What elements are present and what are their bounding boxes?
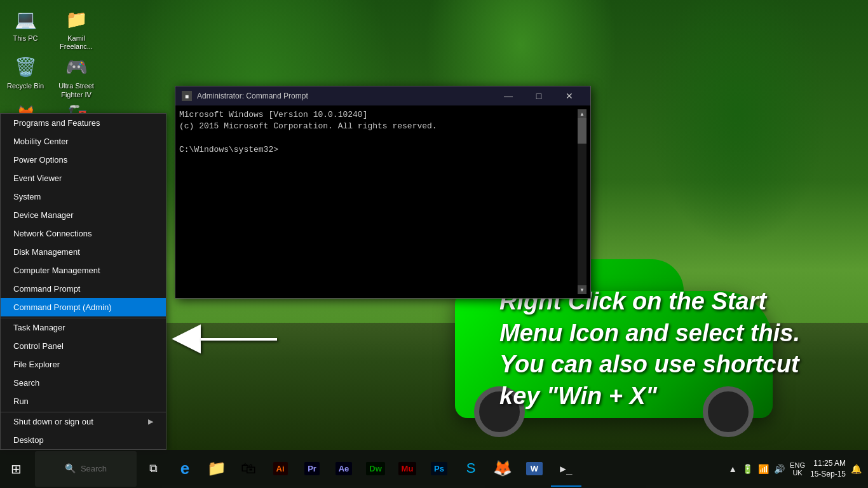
desktop-icon-recycle[interactable]: 🗑️ Recycle Bin [3, 54, 48, 98]
menu-item-system[interactable]: System [1, 187, 166, 206]
word-icon: W [526, 462, 543, 475]
store-icon: 🛍 [241, 459, 256, 477]
menu-item-search[interactable]: Search [1, 374, 166, 392]
firefox-taskbar-icon: 🦊 [493, 459, 512, 477]
desktop-icon-usfiv[interactable]: 🎮 Ultra Street Fighter IV [54, 54, 98, 98]
premiere-icon: Pr [304, 462, 320, 475]
cmd-minimize-button[interactable]: — [494, 86, 523, 105]
menu-item-command-prompt[interactable]: Command Prompt [1, 280, 166, 298]
desktop: 💻 This PC 📁 Kamil Freelanc... 🗑️ Recycle… [0, 0, 868, 488]
cmd-taskbar-icon: ▶_ [560, 463, 572, 475]
recycle-label: Recycle Bin [7, 82, 44, 90]
annotation-arrow: ◀—— [172, 313, 277, 358]
cmd-line4: C:\Windows\system32> [179, 144, 578, 156]
cmd-content: Microsoft Windows [Version 10.0.10240] (… [179, 109, 578, 294]
taskbar-photoshop[interactable]: Ps [424, 451, 454, 487]
menu-item-control-panel[interactable]: Control Panel [1, 337, 166, 355]
edge-icon: e [180, 459, 189, 478]
explorer-icon: 📁 [207, 459, 226, 477]
recycle-icon: 🗑️ [13, 54, 38, 79]
cmd-title-text: Administrator: Command Prompt [197, 92, 308, 100]
taskbar-edge[interactable]: e [170, 451, 200, 487]
cmd-line2: (c) 2015 Microsoft Corporation. All righ… [179, 121, 578, 132]
thispc-label: This PC [13, 34, 37, 43]
tray-network-icon[interactable]: 📶 [758, 464, 769, 474]
cmd-line3 [179, 132, 578, 144]
menu-item-disk-management[interactable]: Disk Management [1, 243, 166, 261]
cmd-title-left: ■ Administrator: Command Prompt [182, 91, 308, 101]
taskbar-after-effects[interactable]: Ae [329, 451, 359, 487]
taskbar-cortana[interactable]: 🔍 Search [35, 451, 137, 487]
menu-item-desktop[interactable]: Desktop [1, 431, 166, 449]
taskbar-task-view[interactable]: ⧉ [138, 451, 168, 487]
cmd-titlebar: ■ Administrator: Command Prompt — □ ✕ [175, 86, 590, 105]
menu-item-device-manager[interactable]: Device Manager [1, 206, 166, 224]
cmd-scroll-up-button[interactable]: ▲ [578, 109, 587, 118]
taskbar-store[interactable]: 🛍 [233, 451, 264, 487]
menu-item-run[interactable]: Run [1, 392, 166, 410]
photoshop-icon: Ps [431, 462, 447, 475]
menu-item-event-viewer[interactable]: Event Viewer [1, 169, 166, 187]
taskbar-firefox[interactable]: 🦊 [487, 451, 518, 487]
cmd-close-button[interactable]: ✕ [555, 86, 584, 105]
taskbar-cmd[interactable]: ▶_ [551, 451, 581, 487]
cmd-scroll-track [578, 118, 587, 285]
tray-notification-icon[interactable]: 🔔 [851, 464, 862, 474]
tray-volume-icon[interactable]: 🔊 [774, 464, 785, 474]
menu-item-task-manager[interactable]: Task Manager [1, 318, 166, 337]
taskbar-illustrator[interactable]: Ai [265, 451, 295, 487]
menu-item-power-options[interactable]: Power Options [1, 151, 166, 169]
tray-battery-icon[interactable]: 🔋 [742, 464, 753, 474]
desktop-icon-thispc[interactable]: 💻 This PC [3, 6, 48, 51]
after-effects-icon: Ae [336, 462, 353, 475]
usfiv-icon: 🎮 [64, 54, 89, 79]
cmd-title-icon: ■ [182, 91, 192, 101]
cmd-scroll-thumb [578, 118, 587, 144]
menu-item-computer-management[interactable]: Computer Management [1, 261, 166, 280]
taskbar: ⊞ 🔍 Search ⧉ e 📁 🛍 Ai [0, 450, 868, 488]
cmd-controls: — □ ✕ [494, 86, 584, 105]
taskbar-icons: 🔍 Search ⧉ e 📁 🛍 Ai Pr [32, 451, 722, 487]
cmd-scroll-down-button[interactable]: ▼ [578, 285, 587, 294]
kamil-icon: 📁 [64, 6, 89, 32]
dreamweaver-icon: Dw [366, 462, 385, 475]
taskbar-explorer[interactable]: 📁 [201, 451, 232, 487]
menu-item-programs-features[interactable]: Programs and Features [1, 114, 166, 132]
menu-item-mobility-center[interactable]: Mobility Center [1, 132, 166, 151]
tray-language[interactable]: ENG UK [790, 461, 805, 477]
cortana-search-icon: 🔍 [65, 463, 76, 473]
annotation-text: Right Click on the Start Menu Icon and s… [499, 286, 830, 412]
taskbar-muse[interactable]: Mu [392, 451, 423, 487]
desktop-icon-kamil[interactable]: 📁 Kamil Freelanc... [54, 6, 98, 51]
shutdown-submenu-arrow: ▶ [148, 417, 153, 426]
cmd-line1: Microsoft Windows [Version 10.0.10240] [179, 109, 578, 121]
menu-item-file-explorer[interactable]: File Explorer [1, 355, 166, 374]
cmd-scrollbar[interactable]: ▲ ▼ [578, 109, 587, 294]
thispc-icon: 💻 [13, 6, 38, 32]
start-button[interactable]: ⊞ [0, 450, 32, 488]
kamil-label: Kamil Freelanc... [54, 34, 98, 51]
taskbar-skype[interactable]: S [456, 451, 486, 487]
menu-item-network-connections[interactable]: Network Connections [1, 224, 166, 243]
illustrator-icon: Ai [273, 462, 288, 475]
tray-show-hidden[interactable]: ▲ [728, 464, 737, 474]
usfiv-label: Ultra Street Fighter IV [54, 82, 98, 98]
system-tray: ▲ 🔋 📶 🔊 ENG UK 11:25 AM 15-Sep-15 🔔 [722, 458, 868, 480]
taskbar-premiere[interactable]: Pr [297, 451, 327, 487]
menu-item-command-prompt-admin[interactable]: Command Prompt (Admin) [1, 298, 166, 316]
taskbar-word[interactable]: W [519, 451, 550, 487]
taskbar-dreamweaver[interactable]: Dw [360, 451, 391, 487]
menu-item-shutdown[interactable]: Shut down or sign out ▶ [1, 412, 166, 431]
context-menu: Programs and Features Mobility Center Po… [0, 113, 166, 450]
tray-clock[interactable]: 11:25 AM 15-Sep-15 [810, 458, 846, 480]
muse-icon: Mu [398, 462, 417, 475]
cmd-maximize-button[interactable]: □ [524, 86, 553, 105]
cmd-window: ■ Administrator: Command Prompt — □ ✕ Mi… [175, 86, 591, 299]
skype-icon: S [466, 460, 476, 477]
cmd-body: Microsoft Windows [Version 10.0.10240] (… [175, 105, 590, 298]
cortana-label: Search [81, 464, 107, 473]
